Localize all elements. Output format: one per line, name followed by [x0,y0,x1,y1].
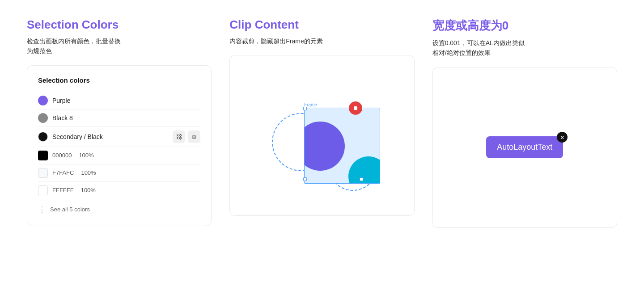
color-swatch-purple [38,96,48,105]
color-row-purple: Purple [38,92,200,109]
card-heading: Selection colors [38,76,200,84]
see-all-label: See all 5 colors [50,206,90,213]
close-icon: × [561,134,564,141]
color-row-black8: Black 8 [38,109,200,127]
clip-content-section: Clip Content 内容裁剪，隐藏超出Frame的元素 Frame [229,18,414,228]
close-badge[interactable]: × [557,132,568,143]
purple-circle [304,122,345,171]
color-swatch-secondary-black [38,132,48,142]
color-hex-f7fafc: F7FAFC [52,169,74,176]
see-all-icon: ⋮ [38,205,47,214]
clip-canvas: Frame [264,77,380,193]
color-swatch-f7fafc [38,168,48,178]
section-desc-clip: 内容裁剪，隐藏超出Frame的元素 [229,36,414,46]
width-height-section: 宽度或高度为0 设置0.001，可以在AL内做出类似 相对/绝对位置的效果 Au… [432,18,617,228]
section-title-wh: 宽度或高度为0 [432,18,617,34]
handle-top-left [303,107,307,110]
color-pct-f7fafc: 100% [81,169,96,176]
main-sections: Selection Colors 检查出画板内所有颜色，批量替换 为规范色 Se… [27,18,617,228]
target-icon[interactable]: ⊕ [188,130,200,143]
color-row-000000: 000000 100% [38,147,200,164]
color-row-secondary-black: Secondary / Black ⛓ ⊕ [38,127,200,147]
color-label-secondary-black: Secondary / Black [52,133,168,140]
width-height-card: AutoLayoutText × [432,67,617,228]
autolayout-button[interactable]: AutoLayoutText × [486,136,563,158]
unlink-icon[interactable]: ⛓ [173,130,185,143]
color-row-f7fafc: F7FAFC 100% [38,164,200,182]
color-hex-ffffff: FFFFFF [52,187,74,193]
color-label-purple: Purple [52,97,200,104]
section-desc-selection: 检查出画板内所有颜色，批量替换 为规范色 [27,36,212,56]
selection-colors-card: Selection colors Purple Black 8 Secondar… [27,65,212,226]
handle-bottom-left [303,177,307,181]
color-label-black8: Black 8 [52,114,200,122]
color-row-ffffff: FFFFFF 100% [38,182,200,199]
frame-box [304,108,380,184]
color-pct-000000: 100% [79,152,93,159]
autolayout-label: AutoLayoutText [497,143,552,151]
color-swatch-black8 [38,113,48,123]
handle-bottom-right [360,177,363,181]
section-title-selection: Selection Colors [27,18,212,32]
color-actions-secondary-black: ⛓ ⊕ [173,130,200,143]
red-dot-inner [354,106,357,110]
color-hex-000000: 000000 [52,152,72,159]
teal-circle [348,156,380,184]
see-all-colors[interactable]: ⋮ See all 5 colors [38,205,200,214]
section-title-clip: Clip Content [229,18,414,32]
section-desc-wh: 设置0.001，可以在AL内做出类似 相对/绝对位置的效果 [432,38,617,58]
clip-content-card: Frame [229,55,414,216]
color-pct-ffffff: 100% [81,187,96,193]
color-swatch-ffffff [38,185,48,195]
selection-colors-section: Selection Colors 检查出画板内所有颜色，批量替换 为规范色 Se… [27,18,212,228]
color-swatch-000000 [38,151,48,160]
